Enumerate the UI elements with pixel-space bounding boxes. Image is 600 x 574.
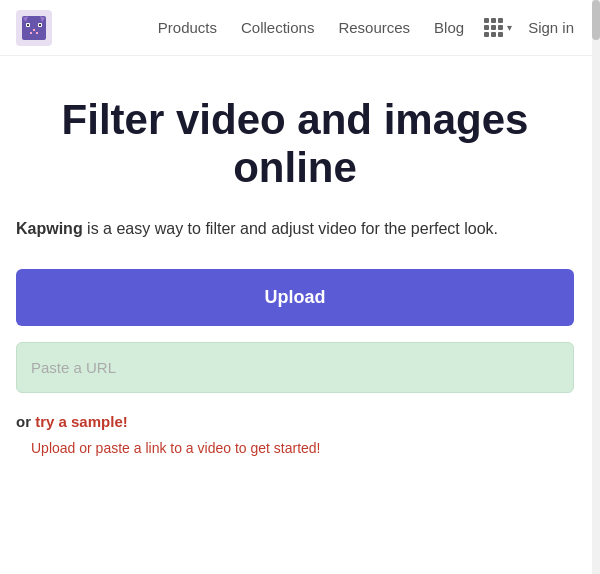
upload-button[interactable]: Upload	[16, 269, 574, 326]
nav-link-products[interactable]: Products	[148, 13, 227, 42]
scroll-thumb[interactable]	[592, 0, 600, 40]
main-content: Filter video and images online Kapwing i…	[0, 56, 590, 486]
signin-link[interactable]: Sign in	[518, 13, 584, 42]
nav-link-blog[interactable]: Blog	[424, 13, 474, 42]
nav-link-resources[interactable]: Resources	[328, 13, 420, 42]
grid-icon	[484, 18, 503, 37]
nav-links: Products Collections Resources Blog ▾	[148, 12, 518, 43]
svg-rect-10	[36, 32, 38, 34]
or-label: or	[16, 413, 35, 430]
nav-item-products[interactable]: Products	[148, 19, 227, 37]
logo[interactable]	[16, 10, 52, 46]
svg-rect-4	[27, 24, 29, 26]
nav-item-collections[interactable]: Collections	[231, 19, 324, 37]
subtitle-rest: is a easy way to filter and adjust video…	[83, 220, 498, 237]
svg-rect-5	[39, 24, 41, 26]
hero-title: Filter video and images online	[16, 96, 574, 193]
nav-link-collections[interactable]: Collections	[231, 13, 324, 42]
nav-item-resources[interactable]: Resources	[328, 19, 420, 37]
scrollbar[interactable]	[592, 0, 600, 574]
url-input[interactable]	[16, 342, 574, 393]
chevron-down-icon: ▾	[507, 22, 512, 33]
try-sample-link[interactable]: try a sample!	[35, 413, 128, 430]
hero-subtitle: Kapwing is a easy way to filter and adju…	[16, 217, 574, 241]
or-sample-text: or try a sample!	[16, 413, 574, 430]
svg-rect-6	[33, 29, 35, 31]
svg-rect-9	[30, 32, 32, 34]
navbar: Products Collections Resources Blog ▾ Si…	[0, 0, 600, 56]
hint-text: Upload or paste a link to a video to get…	[16, 440, 574, 456]
brand-name: Kapwing	[16, 220, 83, 237]
nav-item-blog[interactable]: Blog	[424, 19, 474, 37]
apps-menu-button[interactable]: ▾	[478, 12, 518, 43]
